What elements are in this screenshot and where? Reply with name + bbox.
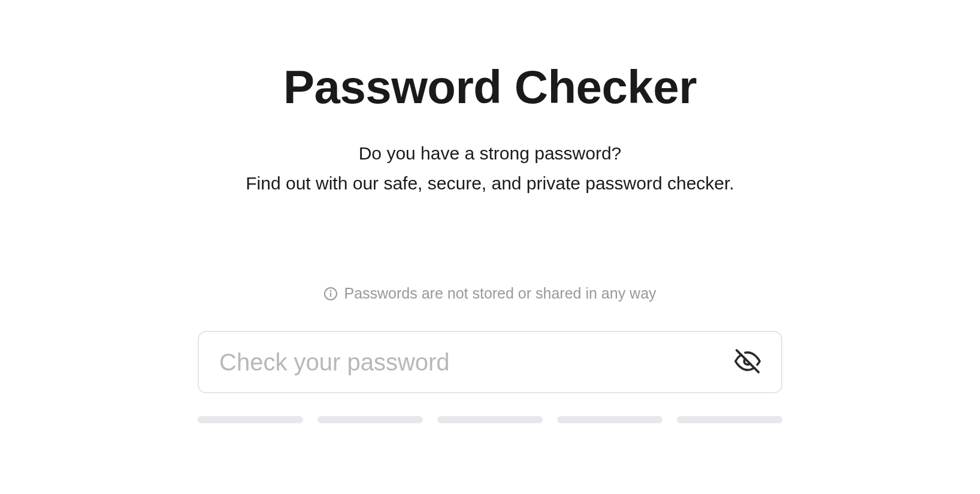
info-icon (323, 287, 338, 301)
subtitle-line-2: Find out with our safe, secure, and priv… (246, 168, 734, 198)
strength-bar-5 (677, 416, 782, 423)
password-input-container (198, 331, 782, 393)
strength-meter (198, 416, 782, 423)
strength-bar-2 (317, 416, 423, 423)
eye-off-icon (734, 348, 761, 376)
privacy-info-row: Passwords are not stored or shared in an… (323, 285, 656, 302)
privacy-info-text: Passwords are not stored or shared in an… (344, 285, 656, 302)
strength-bar-3 (437, 416, 543, 423)
strength-bar-4 (557, 416, 663, 423)
page-title: Password Checker (283, 60, 697, 115)
password-input[interactable] (198, 331, 782, 393)
toggle-visibility-button[interactable] (730, 344, 766, 381)
strength-bar-1 (198, 416, 303, 423)
svg-point-2 (331, 290, 331, 291)
subtitle-line-1: Do you have a strong password? (359, 138, 622, 168)
